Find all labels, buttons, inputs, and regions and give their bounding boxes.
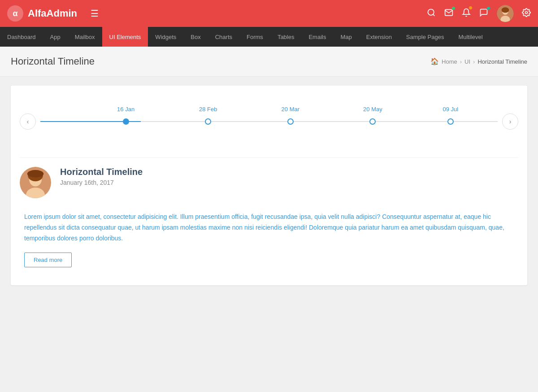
timeline-dot-3 [287, 118, 294, 125]
nav-item-emails[interactable]: Emails [301, 27, 333, 47]
timeline-point-2[interactable]: 28 Feb [205, 118, 211, 125]
timeline-info: Horizontal Timeline January 16th, 2017 [60, 167, 518, 198]
settings-icon[interactable] [522, 8, 531, 19]
timeline-label-1: 16 Jan [117, 106, 134, 113]
chat-icon[interactable] [479, 8, 489, 19]
nav-item-sample-pages[interactable]: Sample Pages [399, 27, 451, 47]
nav-item-box[interactable]: Box [183, 27, 208, 47]
timeline-label-3: 20 Mar [282, 106, 299, 113]
breadcrumb: 🏠 Home › UI › Horizontal Timeline [430, 57, 527, 65]
timeline-dot-1 [123, 118, 129, 125]
main-nav: Dashboard App Mailbox UI Elements Widget… [0, 27, 538, 47]
nav-item-charts[interactable]: Charts [208, 27, 239, 47]
nav-item-map[interactable]: Map [333, 27, 359, 47]
nav-item-tables[interactable]: Tables [270, 27, 302, 47]
timeline-point-4[interactable]: 20 May [369, 118, 376, 125]
nav-item-dashboard[interactable]: Dashboard [0, 27, 43, 47]
hamburger-button[interactable]: ☰ [91, 8, 99, 19]
header-right [427, 5, 531, 22]
chat-badge [486, 6, 490, 10]
svg-point-5 [502, 7, 509, 13]
timeline-prev-btn[interactable]: ‹ [20, 113, 36, 130]
nav-item-widgets[interactable]: Widgets [148, 27, 183, 47]
timeline-point-3[interactable]: 20 Mar [287, 118, 294, 125]
breadcrumb-home[interactable]: Home [442, 58, 457, 65]
bell-badge [469, 6, 473, 10]
brand-logo: α [7, 5, 23, 22]
nav-item-app[interactable]: App [43, 27, 68, 47]
brand-name: AlfaAdmin [28, 8, 77, 19]
timeline-label-4: 20 May [363, 106, 382, 113]
timeline-track: 16 Jan 28 Feb 20 Mar 20 May [40, 108, 498, 135]
email-badge [451, 6, 456, 10]
timeline-track-area: ‹ 16 Jan 28 Feb 20 Mar [20, 99, 518, 139]
breadcrumb-current: Horizontal Timeline [477, 58, 527, 65]
svg-point-0 [428, 9, 434, 15]
svg-point-11 [27, 170, 43, 178]
avatar[interactable] [497, 5, 514, 22]
timeline-avatar [20, 167, 51, 198]
search-icon[interactable] [427, 8, 436, 19]
timeline-body-text: Lorem ipsum dolor sit amet, consectetur … [20, 212, 518, 244]
timeline-label-2: 28 Feb [199, 106, 217, 113]
timeline-entry-date: January 16th, 2017 [60, 179, 518, 186]
read-more-button[interactable]: Read more [24, 253, 72, 267]
page-title: Horizontal Timeline [11, 56, 95, 67]
home-icon: 🏠 [430, 57, 439, 65]
email-icon[interactable] [444, 8, 454, 19]
breadcrumb-section[interactable]: UI [464, 58, 470, 65]
timeline-point-5[interactable]: 09 Jul [447, 118, 454, 125]
bell-icon[interactable] [462, 8, 471, 20]
main-content: ‹ 16 Jan 28 Feb 20 Mar [0, 77, 538, 294]
brand-area: α AlfaAdmin ☰ [7, 5, 99, 22]
svg-point-6 [525, 11, 528, 13]
top-header: α AlfaAdmin ☰ [0, 0, 538, 27]
timeline-entry-title: Horizontal Timeline [60, 167, 518, 177]
page-header: Horizontal Timeline 🏠 Home › UI › Horizo… [0, 47, 538, 77]
breadcrumb-sep-2: › [473, 58, 475, 65]
nav-item-extension[interactable]: Extension [359, 27, 399, 47]
nav-item-forms[interactable]: Forms [239, 27, 270, 47]
breadcrumb-sep-1: › [460, 58, 462, 65]
timeline-card: ‹ 16 Jan 28 Feb 20 Mar [11, 86, 527, 285]
nav-item-ui-elements[interactable]: UI Elements [102, 27, 148, 47]
timeline-label-5: 09 Jul [443, 106, 458, 113]
timeline-content: Horizontal Timeline January 16th, 2017 [20, 157, 518, 198]
nav-item-mailbox[interactable]: Mailbox [68, 27, 102, 47]
svg-line-1 [433, 14, 435, 16]
nav-item-multilevel[interactable]: Multilevel [451, 27, 490, 47]
timeline-point-1[interactable]: 16 Jan [123, 118, 129, 125]
timeline-next-btn[interactable]: › [502, 113, 518, 130]
timeline-dot-5 [447, 118, 454, 125]
timeline-dot-4 [369, 118, 376, 125]
timeline-dot-2 [205, 118, 211, 125]
